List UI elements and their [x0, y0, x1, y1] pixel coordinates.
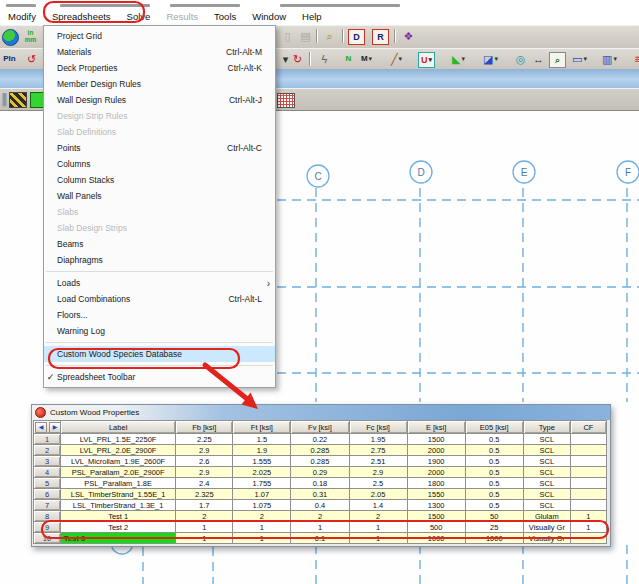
distance-tool-icon[interactable]: ↔: [530, 51, 547, 67]
zoom-window-icon[interactable]: ⌕: [549, 52, 566, 68]
cell-type-r4[interactable]: SCL: [523, 467, 570, 478]
cell-ft-ksi-r4[interactable]: 2.025: [233, 467, 291, 478]
dropdown-arrow-icon[interactable]: ▾: [461, 51, 465, 67]
cell-fv-ksi-r10[interactable]: 0.1: [291, 533, 349, 544]
cell-fv-ksi-r1[interactable]: 0.22: [291, 434, 349, 445]
row-number[interactable]: 8: [34, 511, 61, 522]
cell-type-r1[interactable]: SCL: [523, 434, 570, 445]
cell-ft-ksi-r1[interactable]: 1.5: [233, 434, 291, 445]
cell-label-r1[interactable]: LVL_PRL_1.5E_2250F: [61, 434, 176, 445]
menu-item-columns[interactable]: Columns: [44, 156, 275, 172]
cell-fc-ksi-r2[interactable]: 2.75: [349, 445, 407, 456]
cell-e-ksi-r5[interactable]: 1800: [407, 478, 465, 489]
globe-icon[interactable]: [2, 29, 19, 46]
cell-fv-ksi-r8[interactable]: 2: [291, 511, 349, 522]
cell-fv-ksi-r3[interactable]: 0.285: [291, 456, 349, 467]
cell-e-ksi-r2[interactable]: 2000: [407, 445, 465, 456]
row-number[interactable]: 5: [34, 478, 61, 489]
menu-item-floors[interactable]: Floors...: [44, 307, 275, 323]
open-file-icon[interactable]: ▤: [297, 28, 314, 44]
undo-delete-icon[interactable]: ↺: [23, 51, 40, 67]
cell-fv-ksi-r9[interactable]: 1: [291, 522, 349, 533]
dropdown-arrow-icon[interactable]: ▾: [369, 51, 373, 67]
cell-fb-ksi-r9[interactable]: 1: [176, 522, 233, 533]
cell-e-ksi-r4[interactable]: 2000: [407, 467, 465, 478]
cell-type-r5[interactable]: SCL: [523, 478, 570, 489]
cell-type-r7[interactable]: SCL: [523, 500, 570, 511]
cell-fb-ksi-r4[interactable]: 2.9: [176, 467, 233, 478]
cell-e05-ksi-r7[interactable]: 0.5: [465, 500, 523, 511]
menu-item-spreadsheet-toolbar[interactable]: ✓Spreadsheet Toolbar: [44, 369, 275, 385]
cell-e05-ksi-r4[interactable]: 0.5: [465, 467, 523, 478]
cell-e05-ksi-r5[interactable]: 0.5: [465, 478, 523, 489]
node-labels-icon[interactable]: N: [340, 51, 357, 67]
cell-e-ksi-r3[interactable]: 1900: [407, 456, 465, 467]
cell-label-r6[interactable]: LSL_TimberStrand_1.55E_1: [61, 489, 176, 500]
draw-members-icon[interactable]: ╱▾: [388, 51, 405, 67]
next-sheet-button[interactable]: ▶: [49, 422, 61, 433]
plan-view-button[interactable]: Pln: [1, 51, 18, 67]
loads-display-icon[interactable]: U▾: [418, 52, 435, 68]
menubar-item-results[interactable]: Results: [158, 9, 206, 24]
cell-cf-r2[interactable]: [570, 445, 606, 456]
cell-ft-ksi-r7[interactable]: 1.075: [233, 500, 291, 511]
row-number[interactable]: 6: [34, 489, 61, 500]
cell-cf-r9[interactable]: 1: [570, 522, 606, 533]
print-preview-find-icon[interactable]: ⌕: [321, 28, 338, 44]
cell-fc-ksi-r4[interactable]: 2.9: [349, 467, 407, 478]
cell-type-r3[interactable]: SCL: [523, 456, 570, 467]
cell-fc-ksi-r1[interactable]: 1.95: [349, 434, 407, 445]
cell-ft-ksi-r2[interactable]: 1.9: [233, 445, 291, 456]
spin-model-icon[interactable]: ◎: [512, 51, 529, 67]
cell-fv-ksi-r6[interactable]: 0.31: [291, 489, 349, 500]
cell-fb-ksi-r2[interactable]: 2.9: [176, 445, 233, 456]
member-labels-icon[interactable]: M▾: [358, 51, 375, 67]
cell-e-ksi-r1[interactable]: 1500: [407, 434, 465, 445]
window-title-bar[interactable]: Custom Wood Properties: [32, 405, 610, 420]
cell-type-r2[interactable]: SCL: [523, 445, 570, 456]
cell-e05-ksi-r8[interactable]: 50: [465, 511, 523, 522]
cell-label-r9[interactable]: Test 2: [61, 522, 176, 533]
cell-fc-ksi-r3[interactable]: 2.51: [349, 456, 407, 467]
menu-item-member-design-rules[interactable]: Member Design Rules: [44, 76, 275, 92]
units-in-mm-icon[interactable]: inmm: [22, 28, 39, 44]
cell-ft-ksi-r6[interactable]: 1.07: [233, 489, 291, 500]
cell-cf-r8[interactable]: 1: [570, 511, 606, 522]
dropdown-arrow-icon[interactable]: ▾: [613, 51, 617, 67]
cell-fv-ksi-r5[interactable]: 0.18: [291, 478, 349, 489]
data-entry-d-icon[interactable]: D: [348, 29, 365, 45]
cell-cf-r1[interactable]: [570, 434, 606, 445]
cell-label-r8[interactable]: Test 1: [61, 511, 176, 522]
dropdown-arrow-icon[interactable]: ▾: [583, 51, 587, 67]
cell-cf-r5[interactable]: [570, 478, 606, 489]
cell-e05-ksi-r9[interactable]: 25: [465, 522, 523, 533]
menubar-item-tools[interactable]: Tools: [206, 9, 244, 24]
cell-fv-ksi-r4[interactable]: 0.29: [291, 467, 349, 478]
dropdown-arrow-icon[interactable]: ▾: [494, 51, 498, 67]
menu-item-wall-design-rules[interactable]: Wall Design RulesCtrl-Alt-J: [44, 92, 275, 108]
cell-e05-ksi-r6[interactable]: 0.5: [465, 489, 523, 500]
menu-item-points[interactable]: PointsCtrl-Alt-C: [44, 140, 275, 156]
cell-label-r10[interactable]: Test 3: [61, 533, 176, 544]
cell-fb-ksi-r5[interactable]: 2.4: [176, 478, 233, 489]
cell-fc-ksi-r10[interactable]: 1: [349, 533, 407, 544]
cell-type-r6[interactable]: SCL: [523, 489, 570, 500]
cell-fb-ksi-r7[interactable]: 1.7: [176, 500, 233, 511]
menubar-item-spreadsheets[interactable]: Spreadsheets: [44, 9, 119, 24]
cell-ft-ksi-r3[interactable]: 1.555: [233, 456, 291, 467]
cell-ft-ksi-r5[interactable]: 1.755: [233, 478, 291, 489]
redo-icon[interactable]: ↻: [289, 51, 306, 67]
menu-item-column-stacks[interactable]: Column Stacks: [44, 172, 275, 188]
deflected-shape-icon[interactable]: ◣▾: [450, 51, 467, 67]
cell-e-ksi-r7[interactable]: 1300: [407, 500, 465, 511]
row-number[interactable]: 7: [34, 500, 61, 511]
dropdown-arrow-icon[interactable]: ▾: [399, 51, 403, 67]
menubar-item-solve[interactable]: Solve: [119, 9, 159, 24]
cell-label-r5[interactable]: PSL_Parallam_1.8E: [61, 478, 176, 489]
menubar-item-help[interactable]: Help: [294, 9, 330, 24]
row-number[interactable]: 4: [34, 467, 61, 478]
cell-cf-r10[interactable]: [570, 533, 606, 544]
cell-e05-ksi-r2[interactable]: 0.5: [465, 445, 523, 456]
modify-bolt-icon[interactable]: ϟ: [316, 51, 333, 67]
menu-item-loads[interactable]: Loads›: [44, 275, 275, 291]
